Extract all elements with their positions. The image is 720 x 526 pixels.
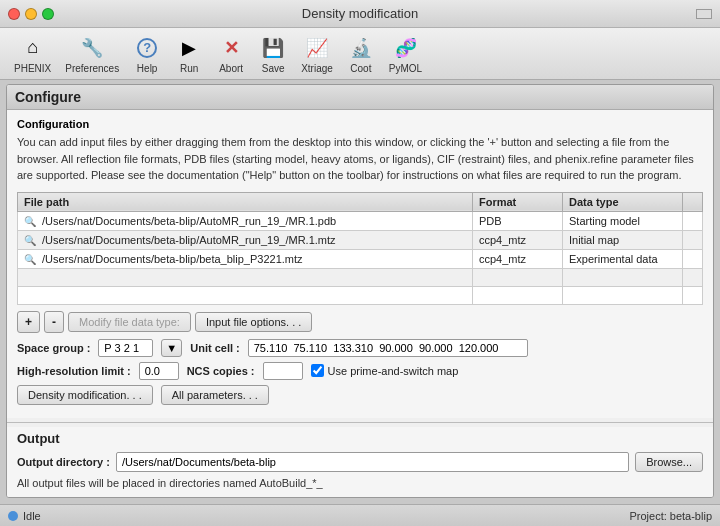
toolbar-coot[interactable]: 🔬 Coot — [341, 30, 381, 78]
maximize-button[interactable] — [42, 8, 54, 20]
minimize-button[interactable] — [25, 8, 37, 20]
hires-input[interactable] — [139, 362, 179, 380]
file-datatype-3: Experimental data — [563, 249, 683, 268]
add-file-button[interactable]: + — [17, 311, 40, 333]
output-note: All output files will be placed in direc… — [17, 477, 703, 489]
toolbar-phenix-label: PHENIX — [14, 63, 51, 74]
space-group-label: Space group : — [17, 342, 90, 354]
section-divider — [7, 422, 713, 423]
window-title: Density modification — [302, 6, 418, 21]
toolbar-pymol-label: PyMOL — [389, 63, 422, 74]
xtriage-icon: 📈 — [303, 34, 331, 62]
file-table: File path Format Data type 🔍 /Users/nat/… — [17, 192, 703, 305]
resize-handle[interactable] — [696, 9, 712, 19]
run-icon: ▶ — [175, 34, 203, 62]
file-format-3: ccp4_mtz — [473, 249, 563, 268]
config-body: Configuration You can add input files by… — [7, 110, 713, 418]
file-extra-3 — [683, 249, 703, 268]
toolbar-pymol[interactable]: 🧬 PyMOL — [383, 30, 428, 78]
file-controls-row: + - Modify file data type: Input file op… — [17, 311, 703, 333]
toolbar-abort[interactable]: ✕ Abort — [211, 30, 251, 78]
dm-params-row: Density modification. . . All parameters… — [17, 385, 703, 405]
unit-cell-input[interactable] — [248, 339, 528, 357]
toolbar-run-label: Run — [180, 63, 198, 74]
col-filepath: File path — [18, 192, 473, 211]
table-row[interactable]: 🔍 /Users/nat/Documents/beta-blip/AutoMR_… — [18, 230, 703, 249]
table-row[interactable]: 🔍 /Users/nat/Documents/beta-blip/AutoMR_… — [18, 211, 703, 230]
file-path-3: 🔍 /Users/nat/Documents/beta-blip/beta_bl… — [18, 249, 473, 268]
configure-title: Configure — [15, 89, 81, 105]
description-text: You can add input files by either draggi… — [17, 134, 703, 184]
density-modification-button[interactable]: Density modification. . . — [17, 385, 153, 405]
status-dot — [8, 511, 18, 521]
prime-switch-checkbox[interactable] — [311, 364, 324, 377]
output-dir-label: Output directory : — [17, 456, 110, 468]
file-path-1: 🔍 /Users/nat/Documents/beta-blip/AutoMR_… — [18, 211, 473, 230]
help-icon: ? — [133, 34, 161, 62]
space-group-input[interactable] — [98, 339, 153, 357]
col-extra — [683, 192, 703, 211]
toolbar-xtriage-label: Xtriage — [301, 63, 333, 74]
pymol-icon: 🧬 — [392, 34, 420, 62]
toolbar-help-label: Help — [137, 63, 158, 74]
table-row[interactable]: 🔍 /Users/nat/Documents/beta-blip/beta_bl… — [18, 249, 703, 268]
prime-switch-text: Use prime-and-switch map — [328, 365, 459, 377]
remove-file-button[interactable]: - — [44, 311, 64, 333]
abort-icon: ✕ — [217, 34, 245, 62]
space-unit-row: Space group : ▼ Unit cell : — [17, 339, 703, 357]
hires-label: High-resolution limit : — [17, 365, 131, 377]
col-datatype: Data type — [563, 192, 683, 211]
project-label: Project: beta-blip — [629, 510, 712, 522]
toolbar-save-label: Save — [262, 63, 285, 74]
toolbar-phenix[interactable]: ⌂ PHENIX — [8, 30, 57, 78]
output-dir-row: Output directory : Browse... — [17, 452, 703, 472]
output-section: Output Output directory : Browse... All … — [7, 427, 713, 497]
output-dir-input[interactable] — [116, 452, 629, 472]
prime-switch-label[interactable]: Use prime-and-switch map — [311, 364, 459, 377]
toolbar-run[interactable]: ▶ Run — [169, 30, 209, 78]
modify-file-type-button[interactable]: Modify file data type: — [68, 312, 191, 332]
toolbar: ⌂ PHENIX 🔧 Preferences ? Help ▶ Run ✕ Ab… — [0, 28, 720, 80]
coot-icon: 🔬 — [347, 34, 375, 62]
file-format-2: ccp4_mtz — [473, 230, 563, 249]
toolbar-coot-label: Coot — [350, 63, 371, 74]
hires-ncs-row: High-resolution limit : NCS copies : Use… — [17, 362, 703, 380]
toolbar-preferences[interactable]: 🔧 Preferences — [59, 30, 125, 78]
file-format-1: PDB — [473, 211, 563, 230]
toolbar-save[interactable]: 💾 Save — [253, 30, 293, 78]
file-path-2: 🔍 /Users/nat/Documents/beta-blip/AutoMR_… — [18, 230, 473, 249]
browse-button[interactable]: Browse... — [635, 452, 703, 472]
toolbar-xtriage[interactable]: 📈 Xtriage — [295, 30, 339, 78]
statusbar: Idle Project: beta-blip — [0, 504, 720, 526]
toolbar-preferences-label: Preferences — [65, 63, 119, 74]
file-datatype-2: Initial map — [563, 230, 683, 249]
file-datatype-1: Starting model — [563, 211, 683, 230]
col-format: Format — [473, 192, 563, 211]
house-icon: ⌂ — [19, 34, 47, 62]
space-group-dropdown[interactable]: ▼ — [161, 339, 182, 357]
file-icon-2: 🔍 — [24, 235, 36, 246]
window-controls[interactable] — [8, 8, 54, 20]
ncs-copies-input[interactable] — [263, 362, 303, 380]
close-button[interactable] — [8, 8, 20, 20]
main-window: Configure Configuration You can add inpu… — [6, 84, 714, 498]
all-parameters-button[interactable]: All parameters. . . — [161, 385, 269, 405]
configuration-subtitle: Configuration — [17, 118, 703, 130]
configure-header: Configure — [7, 85, 713, 110]
wrench-icon: 🔧 — [78, 34, 106, 62]
file-extra-1 — [683, 211, 703, 230]
status-text: Idle — [23, 510, 41, 522]
file-icon-3: 🔍 — [24, 254, 36, 265]
input-file-options-button[interactable]: Input file options. . . — [195, 312, 312, 332]
unit-cell-label: Unit cell : — [190, 342, 240, 354]
table-row-empty-2 — [18, 286, 703, 304]
titlebar: Density modification — [0, 0, 720, 28]
toolbar-abort-label: Abort — [219, 63, 243, 74]
status-left: Idle — [8, 510, 41, 522]
output-title: Output — [17, 431, 703, 446]
toolbar-help[interactable]: ? Help — [127, 30, 167, 78]
file-extra-2 — [683, 230, 703, 249]
file-icon-1: 🔍 — [24, 216, 36, 227]
ncs-copies-label: NCS copies : — [187, 365, 255, 377]
save-icon: 💾 — [259, 34, 287, 62]
